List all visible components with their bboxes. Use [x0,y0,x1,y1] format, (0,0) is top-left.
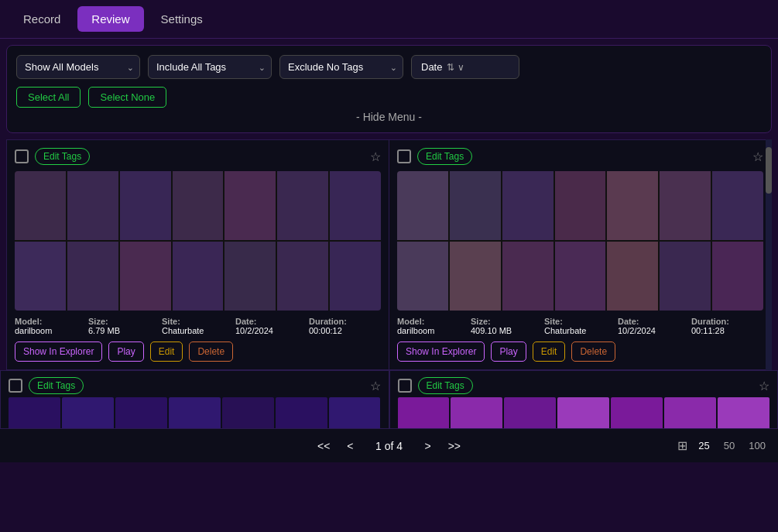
card-1-checkbox-area: Edit Tags [15,148,90,165]
sort-dropdown[interactable]: Date ⇅ ∨ [411,55,519,79]
card-2-edit-tags-button[interactable]: Edit Tags [417,148,472,165]
first-page-button[interactable]: << [313,438,334,454]
card-2-model-label: Model: [397,317,469,326]
thumb-cell [607,171,658,240]
card-2-size-label: Size: [471,317,543,326]
card-3-header: Edit Tags ☆ [9,377,381,394]
thumb [398,397,450,428]
card-3-star-icon[interactable]: ☆ [370,379,381,393]
per-page-25-button[interactable]: 25 [695,438,712,453]
card-2-site-label: Site: [544,317,616,326]
thumb-cell [173,242,224,311]
thumb-cell [120,242,171,311]
last-page-button[interactable]: >> [444,438,465,454]
thumb-cell [277,171,328,240]
card-2-checkbox-area: Edit Tags [397,148,472,165]
card-1-checkbox[interactable] [15,149,29,163]
card-2-model-value: darilboom [397,326,469,335]
card-1-size-value: 6.79 MB [88,326,160,335]
tab-settings[interactable]: Settings [147,6,217,32]
thumb-cell [397,171,448,240]
hide-menu-button[interactable]: - Hide Menu - [16,108,762,123]
tags-exclude-dropdown[interactable]: Exclude No Tags [279,55,403,79]
card-1-play-button[interactable]: Play [108,342,143,362]
model-dropdown-wrapper[interactable]: Show All Models [16,55,140,79]
select-all-button[interactable]: Select All [16,87,81,108]
scrollbar[interactable] [766,139,772,370]
card-3-checkbox-area: Edit Tags [9,377,84,394]
card-4-checkbox[interactable] [398,379,412,393]
card-2-play-button[interactable]: Play [491,342,526,362]
model-dropdown[interactable]: Show All Models [16,55,140,79]
card-3-checkbox[interactable] [9,379,22,393]
tags-include-dropdown[interactable]: Include All Tags [148,55,272,79]
card-2-show-explorer-button[interactable]: Show In Explorer [397,342,485,362]
card-1-star-icon[interactable]: ☆ [370,149,381,164]
thumb [557,397,609,428]
thumb-cell [224,171,276,240]
card-1-edit-button[interactable]: Edit [150,342,183,362]
thumb [504,397,556,428]
card-1: Edit Tags ☆ Model:darilboom Size:6.79 MB… [6,139,389,370]
card-2-actions: Show In Explorer Play Edit Delete [397,342,763,362]
card-4-thumbs [398,397,770,428]
card-2-date-value: 10/2/2024 [618,326,690,335]
tab-review[interactable]: Review [77,6,143,32]
card-1-thumbnail-grid [15,171,381,311]
card-4-star-icon[interactable]: ☆ [759,379,769,393]
card-3-thumbs [9,397,381,428]
thumb [169,397,221,428]
prev-page-button[interactable]: < [342,438,358,454]
card-1-site-value: Chaturbate [162,326,234,335]
card-3-edit-tags-button[interactable]: Edit Tags [29,377,84,394]
tags-exclude-dropdown-wrapper[interactable]: Exclude No Tags [279,55,403,79]
tags-include-dropdown-wrapper[interactable]: Include All Tags [148,55,272,79]
buttons-row: Select All Select None [16,87,762,108]
thumb-cell [330,171,381,240]
per-page-50-button[interactable]: 50 [721,438,738,453]
card-2-edit-button[interactable]: Edit [533,342,566,362]
scroll-thumb[interactable] [766,147,772,194]
thumb [611,397,663,428]
card-2-checkbox[interactable] [397,149,411,163]
card-1-model-label: Model: [15,317,87,326]
card-1-delete-button[interactable]: Delete [189,342,233,362]
card-4-edit-tags-button[interactable]: Edit Tags [418,377,473,394]
thumb-cell [555,242,606,311]
card-1-duration-value: 00:00:12 [309,326,381,335]
card-2-delete-button[interactable]: Delete [571,342,615,362]
select-none-button[interactable]: Select None [88,87,166,108]
thumb-cell [224,242,276,311]
thumb-cell [450,242,501,311]
card-4: Edit Tags ☆ [389,370,779,428]
card-3: Edit Tags ☆ [0,370,389,428]
card-4-checkbox-area: Edit Tags [398,377,473,394]
grid-view-icon[interactable]: ⊞ [677,438,687,453]
card-2-date-label: Date: [618,317,690,326]
tab-record[interactable]: Record [9,6,74,32]
card-1-edit-tags-button[interactable]: Edit Tags [35,148,90,165]
thumb [9,397,60,428]
thumb-cell [397,242,448,311]
card-1-show-explorer-button[interactable]: Show In Explorer [15,342,102,362]
next-page-button[interactable]: > [420,438,436,454]
card-2-duration-label: Duration: [691,317,763,326]
card-2-duration-value: 00:11:28 [691,326,763,335]
sort-label: Date [421,61,442,73]
thumb [276,397,327,428]
thumb-cell [450,171,501,240]
per-page-100-button[interactable]: 100 [745,438,769,453]
card-2: Edit Tags ☆ Model:darilboom Size:409.10 … [389,139,772,370]
card-2-size-value: 409.10 MB [471,326,543,335]
controls-area: Show All Models Include All Tags Exclude… [6,45,772,133]
card-2-meta: Model:darilboom Size:409.10 MB Site:Chat… [397,317,763,335]
thumb [222,397,274,428]
thumb [329,397,381,428]
controls-row: Show All Models Include All Tags Exclude… [16,55,762,79]
thumb [62,397,114,428]
thumb-cell [67,242,118,311]
card-2-star-icon[interactable]: ☆ [752,149,763,164]
thumb-cell [173,171,224,240]
thumb-cell [277,242,328,311]
bottom-cards: Edit Tags ☆ Edit Tags ☆ [0,370,778,428]
